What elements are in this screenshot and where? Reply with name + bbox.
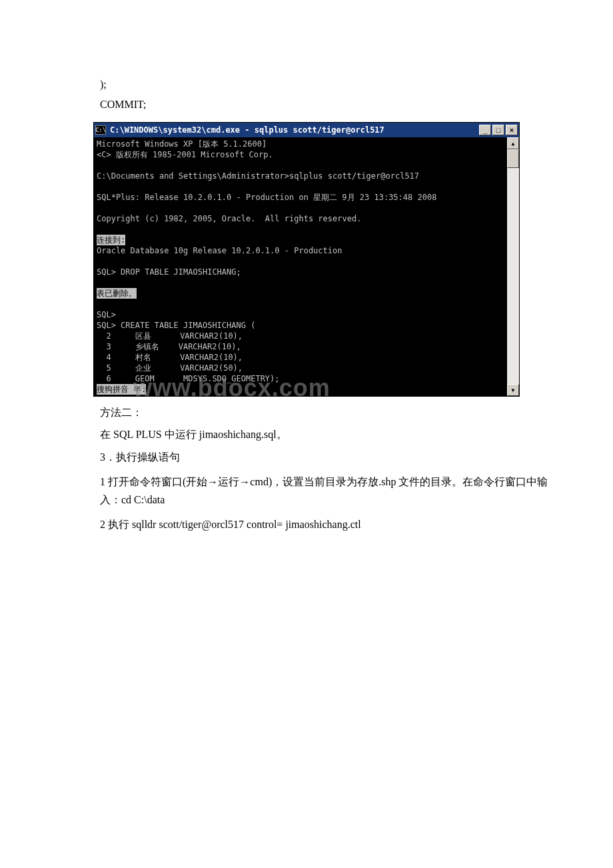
connected-label: 连接到: xyxy=(97,235,125,245)
scroll-up-button[interactable]: ▲ xyxy=(507,137,519,149)
table-dropped-label: 表已删除。 xyxy=(97,288,137,299)
terminal-text-bot: SQL> SQL> CREATE TABLE JIMAOSHICHANG ( 2… xyxy=(97,310,280,383)
vertical-scrollbar[interactable]: ▲ ▼ xyxy=(507,137,519,396)
scroll-thumb[interactable] xyxy=(507,149,519,168)
terminal-text-top: Microsoft Windows XP [版本 5.1.2600] <C> 版… xyxy=(97,139,436,223)
step-3-2-text: 2 执行 sqlldr scott/tiger@orcl517 control=… xyxy=(100,515,560,533)
window-title: C:\WINDOWS\system32\cmd.exe - sqlplus sc… xyxy=(110,125,479,135)
terminal-output: Microsoft Windows XP [版本 5.1.2600] <C> 版… xyxy=(94,137,507,396)
titlebar[interactable]: C:\ C:\WINDOWS\system32\cmd.exe - sqlplu… xyxy=(94,123,519,137)
cmd-icon: C:\ xyxy=(95,125,106,135)
cmd-window: C:\ C:\WINDOWS\system32\cmd.exe - sqlplu… xyxy=(93,122,520,397)
maximize-button[interactable]: □ xyxy=(492,125,504,135)
minimize-button[interactable]: _ xyxy=(479,125,491,135)
scroll-down-button[interactable]: ▼ xyxy=(507,384,519,396)
method-two-heading: 方法二： xyxy=(100,403,560,421)
terminal-text-mid: Oracle Database 10g Release 10.2.0.1.0 -… xyxy=(97,246,342,277)
step-3-heading: 3．执行操纵语句 xyxy=(100,448,560,466)
code-line-commit: COMMIT; xyxy=(100,96,560,113)
scroll-track[interactable] xyxy=(507,149,519,384)
close-button[interactable]: × xyxy=(506,125,518,135)
sqlplus-run-text: 在 SQL PLUS 中运行 jimaoshichang.sql。 xyxy=(100,425,560,443)
ime-indicator: 搜狗拼音 半: xyxy=(97,384,146,395)
step-3-1-text: 1 打开命令符窗口(开始→运行→cmd)，设置当前目录为存放.shp 文件的目录… xyxy=(53,473,560,509)
code-line-paren: ); xyxy=(100,76,560,93)
